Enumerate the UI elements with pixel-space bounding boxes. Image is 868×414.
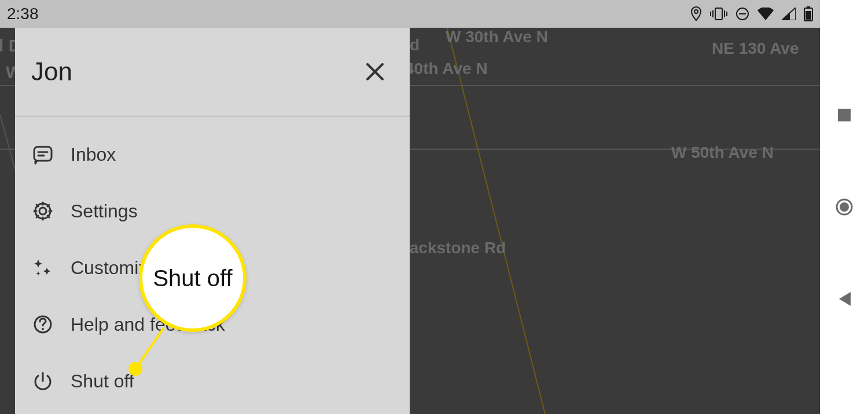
settings-icon [31, 199, 54, 223]
callout-text: Shut off [153, 265, 232, 291]
help-icon [31, 313, 54, 336]
map-label: W 50th Ave N [671, 143, 774, 162]
svg-point-19 [840, 202, 849, 212]
device-screen: 2:38 l D W d W 30th Ave N 40th Ave N [0, 0, 820, 414]
overview-button[interactable] [834, 105, 855, 125]
map-label: NE 130 Ave [712, 39, 799, 58]
menu-item-inbox[interactable]: Inbox [15, 126, 410, 183]
callout-anchor-dot [128, 362, 142, 376]
wifi-icon [757, 8, 774, 20]
back-button[interactable] [834, 289, 855, 309]
map-label: lackstone Rd [405, 239, 506, 257]
account-drawer: Jon Inbox Settings [15, 28, 410, 414]
map-label: 40th Ave N [405, 60, 488, 78]
svg-point-15 [42, 328, 44, 330]
status-icons [690, 6, 813, 21]
drawer-title: Jon [31, 57, 72, 86]
system-nav-bar [820, 0, 868, 414]
svg-rect-5 [807, 6, 810, 8]
do-not-disturb-icon [735, 7, 749, 21]
map-label: W 30th Ave N [446, 28, 548, 46]
close-button[interactable] [361, 58, 389, 86]
status-bar: 2:38 [0, 0, 820, 28]
power-icon [31, 369, 54, 393]
status-time: 2:38 [7, 5, 39, 23]
svg-rect-17 [838, 109, 851, 121]
svg-line-9 [440, 28, 550, 414]
menu-item-label: Inbox [71, 144, 116, 165]
svg-point-13 [35, 204, 50, 219]
cell-signal-icon [782, 8, 796, 20]
circle-icon [835, 198, 854, 216]
customize-icon [31, 256, 54, 279]
close-icon [365, 62, 385, 82]
menu-item-shut-off[interactable]: Shut off [15, 353, 410, 409]
triangle-left-icon [837, 291, 852, 307]
svg-rect-11 [34, 147, 52, 161]
svg-point-0 [694, 10, 698, 13]
menu-item-label: Settings [71, 201, 138, 222]
battery-icon [804, 6, 813, 21]
vibrate-icon [710, 7, 727, 21]
map-label: d [410, 36, 420, 54]
inbox-icon [31, 143, 54, 166]
square-icon [837, 108, 852, 123]
svg-point-12 [39, 208, 46, 215]
callout-magnifier: Shut off [139, 224, 247, 332]
location-icon [690, 6, 702, 21]
svg-rect-1 [715, 8, 722, 20]
drawer-header: Jon [15, 28, 410, 117]
svg-rect-6 [806, 11, 811, 20]
menu-item-label: Shut off [71, 371, 134, 392]
home-button[interactable] [834, 197, 855, 217]
